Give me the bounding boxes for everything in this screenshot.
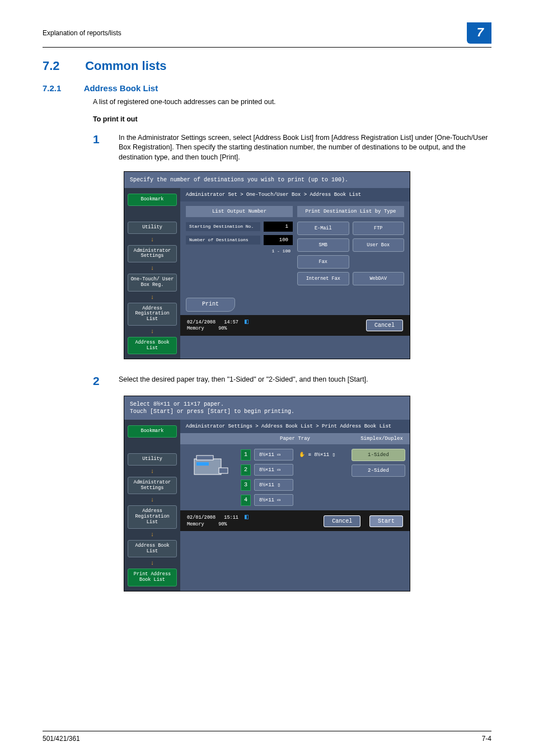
screenshot-1: Specify the number of destinations you w… [124, 171, 410, 359]
screenshot-2: Select 8½×11 or 11×17 paper. Touch [Star… [124, 396, 410, 591]
status-icon: ◧ [245, 318, 249, 326]
sidebar-utility[interactable]: Utility [128, 453, 177, 466]
s1-footer-memory-pct: 90% [218, 326, 227, 331]
th-spacer [180, 433, 236, 444]
tray-2-number: 2 [241, 464, 251, 476]
tray-1-number: 1 [241, 449, 251, 461]
chevron-down-icon: ↓ [124, 496, 180, 503]
chevron-down-icon: ↓ [124, 236, 180, 243]
s1-footer-status: 02/14/2008 14:57 ◧ Memory 90% [187, 318, 249, 332]
s2-footer-time: 15:11 [224, 515, 238, 520]
two-sided-button[interactable]: 2-Sided [352, 464, 405, 477]
step-2-text: Select the desired paper tray, then "1-S… [119, 375, 491, 385]
print-button[interactable]: Print [186, 298, 235, 312]
chevron-down-icon: ↓ [124, 265, 180, 271]
s1-left-column: List Output Number Starting Destination … [186, 206, 293, 285]
section-title: Common lists [85, 59, 166, 73]
s1-breadcrumb: Administrator Set > One-Touch/User Box >… [180, 188, 410, 201]
intro-text: A list of registered one-touch addresses… [93, 97, 491, 107]
sidebar-address-registration[interactable]: Address Registration List [128, 303, 177, 326]
bypass-tray[interactable]: ✋ ≡ 8½×11 ▯ [297, 452, 338, 458]
starting-destination-label: Starting Destination No. [186, 222, 260, 232]
sidebar-utility[interactable]: Utility [128, 222, 177, 234]
chevron-down-icon: ↓ [124, 294, 180, 300]
chevron-down-icon: ↓ [124, 560, 180, 566]
bookmark-button[interactable]: Bookmark [128, 194, 177, 206]
tray-4-number: 4 [241, 495, 251, 506]
tray-row-4[interactable]: 4 8½×11 ▭ [241, 494, 347, 506]
s2-footer-date: 02/01/2008 [187, 515, 216, 520]
number-destinations-value[interactable]: 100 [264, 235, 293, 245]
subsection-number: 7.2.1 [43, 83, 82, 93]
subsection-title: Address Book List [84, 83, 158, 93]
tray-row-1[interactable]: 1 8½×11 ▭ ✋ ≡ 8½×11 ▯ [241, 449, 347, 461]
number-destinations-label: Number of Destinations [186, 236, 260, 245]
s2-sidebar: Bookmark Utility ↓ Administrator Setting… [124, 420, 180, 590]
s1-sidebar: Bookmark Utility ↓ Administrator Setting… [124, 188, 180, 359]
tray-row-3[interactable]: 3 8½×11 ▯ [241, 479, 347, 491]
s1-footer-time: 14:57 [224, 320, 238, 325]
footer-model: 501/421/361 [43, 735, 80, 743]
svg-rect-3 [196, 462, 209, 466]
type-userbox-button[interactable]: User Box [353, 238, 405, 252]
type-webdav-button[interactable]: WebDAV [353, 272, 405, 285]
s2-footer-memory-pct: 90% [218, 522, 227, 527]
s2-main: Administrator Settings > Address Book Li… [180, 420, 410, 590]
bookmark-button[interactable]: Bookmark [128, 425, 177, 438]
sidebar-print-address-book[interactable]: Print Address Book List [128, 569, 177, 586]
header-breadcrumb: Explanation of reports/lists [43, 29, 121, 37]
s1-right-column: Print Destination List by Type E-Mail FT… [297, 206, 404, 285]
step-1: 1 In the Administrator Settings screen, … [93, 133, 491, 163]
start-button[interactable]: Start [369, 515, 403, 527]
type-ftp-button[interactable]: FTP [353, 222, 405, 235]
type-internetfax-button[interactable]: Internet Fax [297, 272, 349, 285]
tray-4-size: 8½×11 ▭ [254, 494, 293, 506]
svg-rect-0 [194, 459, 221, 475]
section-number: 7.2 [43, 59, 82, 73]
type-email-button[interactable]: E-Mail [297, 222, 349, 235]
type-fax-button[interactable]: Fax [297, 255, 349, 269]
paper-tray-head: Paper Tray [236, 433, 354, 444]
starting-destination-value[interactable]: 1 [264, 222, 293, 232]
tray-3-size: 8½×11 ▯ [254, 479, 293, 491]
list-output-number-head: List Output Number [186, 206, 293, 217]
s1-top-message: Specify the number of destinations you w… [124, 172, 410, 188]
svg-rect-1 [196, 456, 213, 460]
s1-footer-memory-label: Memory [187, 326, 204, 331]
sidebar-onetouch-userbox[interactable]: One-Touch/ User Box Reg. [128, 274, 177, 292]
step-2-number: 2 [93, 375, 103, 387]
one-sided-button[interactable]: 1-Sided [352, 449, 405, 461]
page-header: Explanation of reports/lists 7 [43, 22, 491, 48]
chevron-down-icon: ↓ [124, 328, 180, 335]
step-2: 2 Select the desired paper tray, then "1… [93, 375, 491, 387]
simplex-duplex-column: 1-Sided 2-Sided [352, 449, 405, 506]
status-icon: ◧ [245, 513, 249, 521]
sidebar-address-registration[interactable]: Address Registration List [128, 505, 177, 528]
tray-row-2[interactable]: 2 8½×11 ▭ [241, 464, 347, 476]
destinations-range: 1 - 100 [186, 248, 293, 253]
s2-footer-status: 02/01/2008 15:11 ◧ Memory 90% [187, 513, 249, 527]
sidebar-address-book-list[interactable]: Address Book List [128, 337, 177, 355]
s2-breadcrumb: Administrator Settings > Address Book Li… [180, 420, 410, 433]
chapter-badge: 7 [467, 22, 491, 44]
footer-page: 7-4 [482, 735, 491, 743]
sidebar-admin-settings[interactable]: Administrator Settings [128, 477, 177, 495]
subsection-heading: 7.2.1 Address Book List [43, 83, 491, 93]
s1-footer-date: 02/14/2008 [187, 320, 216, 325]
to-print-heading: To print it out [93, 115, 491, 123]
page-footer: 501/421/361 7-4 [43, 731, 491, 743]
sidebar-admin-settings[interactable]: Administrator Settings [128, 245, 177, 263]
s2-top-message: Select 8½×11 or 11×17 paper. Touch [Star… [124, 396, 410, 420]
printer-icon [185, 449, 236, 485]
s2-footer-memory-label: Memory [187, 522, 204, 527]
sidebar-address-book-list[interactable]: Address Book List [128, 540, 177, 558]
cancel-button[interactable]: Cancel [366, 320, 403, 331]
s1-main: Administrator Set > One-Touch/User Box >… [180, 188, 410, 359]
step-1-text: In the Administrator Settings screen, se… [119, 133, 491, 163]
chevron-down-icon: ↓ [124, 531, 180, 538]
simplex-duplex-head: Simplex/Duplex [354, 433, 410, 444]
tray-3-number: 3 [241, 480, 251, 491]
type-smb-button[interactable]: SMB [297, 238, 349, 252]
step-1-number: 1 [93, 133, 103, 145]
cancel-button[interactable]: Cancel [324, 515, 360, 527]
